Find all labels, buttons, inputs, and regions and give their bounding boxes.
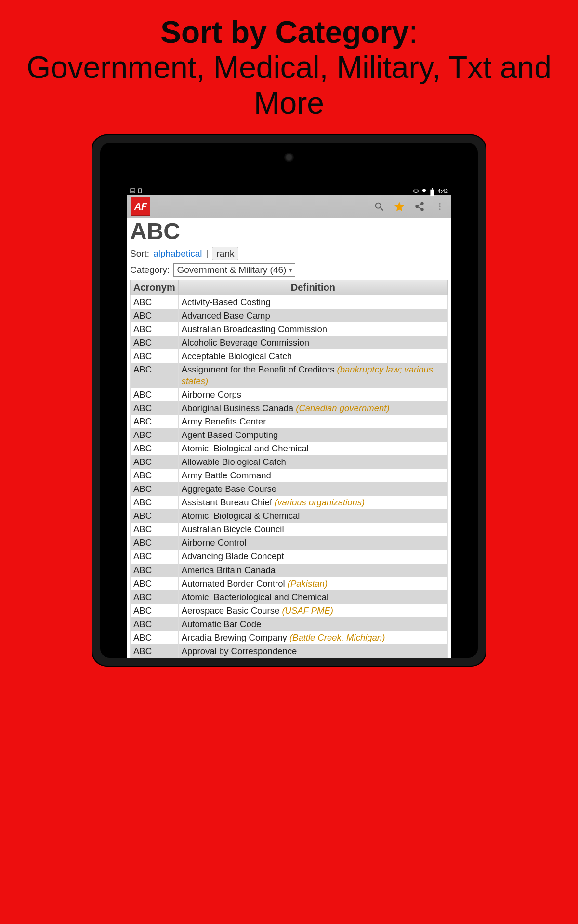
svg-rect-0 bbox=[131, 189, 135, 193]
share-button[interactable] bbox=[412, 199, 427, 214]
table-row[interactable]: ABCActivity-Based Costing bbox=[131, 295, 448, 309]
definition-context: (Canadian government) bbox=[296, 403, 389, 413]
wifi-icon bbox=[421, 188, 427, 193]
chevron-down-icon: ▼ bbox=[288, 267, 293, 272]
sort-alphabetical-link[interactable]: alphabetical bbox=[153, 248, 202, 259]
cell-acronym: ABC bbox=[131, 482, 179, 496]
search-button[interactable] bbox=[372, 199, 386, 214]
table-row[interactable]: ABCAggregate Base Course bbox=[131, 482, 448, 496]
table-row[interactable]: ABCAdvancing Blade Concept bbox=[131, 550, 448, 563]
favorite-button[interactable] bbox=[392, 199, 407, 214]
cell-definition: Atomic, Bacteriological and Chemical bbox=[178, 590, 447, 604]
sort-rank-button[interactable]: rank bbox=[212, 247, 238, 260]
table-row[interactable]: ABCAustralian Broadcasting Commission bbox=[131, 322, 448, 336]
cell-acronym: ABC bbox=[131, 388, 179, 401]
cell-acronym: ABC bbox=[131, 577, 179, 590]
cell-acronym: ABC bbox=[131, 428, 179, 442]
table-row[interactable]: ABCAirborne Control bbox=[131, 536, 448, 550]
cell-definition: Aboriginal Business Canada (Canadian gov… bbox=[178, 401, 447, 415]
cell-acronym: ABC bbox=[131, 564, 179, 577]
cell-acronym: ABC bbox=[131, 631, 179, 644]
table-row[interactable]: ABCAutomatic Bar Code bbox=[131, 617, 448, 631]
table-row[interactable]: ABCAgent Based Computing bbox=[131, 428, 448, 442]
th-acronym[interactable]: Acronym bbox=[131, 280, 179, 295]
cell-acronym: ABC bbox=[131, 590, 179, 604]
cell-definition: Automatic Bar Code bbox=[178, 617, 447, 631]
cell-definition: Australian Broadcasting Commission bbox=[178, 322, 447, 336]
table-row[interactable]: ABCAmerica Britain Canada bbox=[131, 564, 448, 577]
cell-definition: Arcadia Brewing Company (Battle Creek, M… bbox=[178, 631, 447, 644]
definition-context: (Pakistan) bbox=[288, 578, 328, 589]
cell-acronym: ABC bbox=[131, 604, 179, 617]
category-controls: Category: Government & Military (46) ▼ bbox=[130, 263, 448, 277]
cell-definition: Advancing Blade Concept bbox=[178, 550, 447, 563]
svg-rect-7 bbox=[432, 188, 433, 190]
cell-definition: Assistant Bureau Chief (various organiza… bbox=[178, 496, 447, 509]
svg-point-16 bbox=[439, 206, 440, 207]
svg-point-15 bbox=[439, 203, 440, 205]
content-area: ABC Sort: alphabetical | rank Category: … bbox=[127, 218, 451, 658]
sort-separator: | bbox=[206, 248, 209, 259]
android-statusbar: 4:42 bbox=[127, 186, 451, 195]
table-row[interactable]: ABCArmy Benefits Center bbox=[131, 415, 448, 428]
cell-acronym: ABC bbox=[131, 550, 179, 563]
table-row[interactable]: ABCAssignment for the Benefit of Credito… bbox=[131, 363, 448, 388]
svg-rect-3 bbox=[415, 189, 417, 193]
table-row[interactable]: ABCAtomic, Biological and Chemical bbox=[131, 442, 448, 455]
cell-definition: Approval by Correspondence bbox=[178, 644, 447, 658]
cell-definition: Assignment for the Benefit of Creditors … bbox=[178, 363, 447, 388]
category-selected: Government & Military (46) bbox=[177, 265, 286, 275]
table-row[interactable]: ABCApproval by Correspondence bbox=[131, 644, 448, 658]
cell-acronym: ABC bbox=[131, 295, 179, 309]
table-row[interactable]: ABCAerospace Basic Course (USAF PME) bbox=[131, 604, 448, 617]
table-row[interactable]: ABCAboriginal Business Canada (Canadian … bbox=[131, 401, 448, 415]
app-logo: AF bbox=[131, 197, 150, 216]
vibrate-icon bbox=[413, 188, 419, 193]
definition-context: (USAF PME) bbox=[282, 605, 333, 616]
notification-icon-2 bbox=[137, 188, 143, 193]
svg-rect-2 bbox=[139, 189, 142, 193]
table-row[interactable]: ABCAssistant Bureau Chief (various organ… bbox=[131, 496, 448, 509]
overflow-menu-button[interactable] bbox=[433, 199, 447, 214]
table-row[interactable]: ABCArmy Battle Command bbox=[131, 469, 448, 482]
definition-context: (various organizations) bbox=[275, 497, 365, 507]
table-row[interactable]: ABCAtomic, Bacteriological and Chemical bbox=[131, 590, 448, 604]
cell-acronym: ABC bbox=[131, 336, 179, 349]
table-row[interactable]: ABCAcceptable Biological Catch bbox=[131, 349, 448, 363]
cell-acronym: ABC bbox=[131, 322, 179, 336]
promo-line1: Sort by Category bbox=[160, 15, 409, 50]
cell-acronym: ABC bbox=[131, 309, 179, 322]
table-row[interactable]: ABCAllowable Biological Catch bbox=[131, 455, 448, 469]
cell-definition: Australian Bicycle Council bbox=[178, 523, 447, 536]
category-select[interactable]: Government & Military (46) ▼ bbox=[173, 263, 295, 277]
cell-definition: Allowable Biological Catch bbox=[178, 455, 447, 469]
table-row[interactable]: ABCAdvanced Base Camp bbox=[131, 309, 448, 322]
cell-acronym: ABC bbox=[131, 442, 179, 455]
table-row[interactable]: ABCAustralian Bicycle Council bbox=[131, 523, 448, 536]
category-label: Category: bbox=[130, 265, 170, 275]
cell-definition: Atomic, Biological and Chemical bbox=[178, 442, 447, 455]
cell-acronym: ABC bbox=[131, 536, 179, 550]
th-definition[interactable]: Definition bbox=[178, 280, 447, 295]
cell-definition: Aerospace Basic Course (USAF PME) bbox=[178, 604, 447, 617]
svg-point-8 bbox=[376, 203, 381, 208]
cell-acronym: ABC bbox=[131, 644, 179, 658]
cell-acronym: ABC bbox=[131, 415, 179, 428]
sort-controls: Sort: alphabetical | rank bbox=[130, 247, 448, 260]
table-row[interactable]: ABCArcadia Brewing Company (Battle Creek… bbox=[131, 631, 448, 644]
tablet-camera bbox=[284, 153, 294, 162]
table-row[interactable]: ABCAutomated Border Control (Pakistan) bbox=[131, 577, 448, 590]
svg-rect-6 bbox=[430, 190, 434, 196]
table-row[interactable]: ABCAirborne Corps bbox=[131, 388, 448, 401]
tablet-bezel: 4:42 AF ABC bbox=[100, 143, 478, 658]
table-row[interactable]: ABCAtomic, Biological & Chemical bbox=[131, 509, 448, 523]
device-screen: 4:42 AF ABC bbox=[127, 186, 451, 658]
table-row[interactable]: ABCAlcoholic Beverage Commission bbox=[131, 336, 448, 349]
cell-acronym: ABC bbox=[131, 401, 179, 415]
cell-definition: Aggregate Base Course bbox=[178, 482, 447, 496]
cell-definition: America Britain Canada bbox=[178, 564, 447, 577]
definition-context: (bankruptcy law; various states) bbox=[182, 364, 433, 386]
battery-icon bbox=[430, 188, 435, 193]
cell-definition: Airborne Corps bbox=[178, 388, 447, 401]
cell-acronym: ABC bbox=[131, 496, 179, 509]
